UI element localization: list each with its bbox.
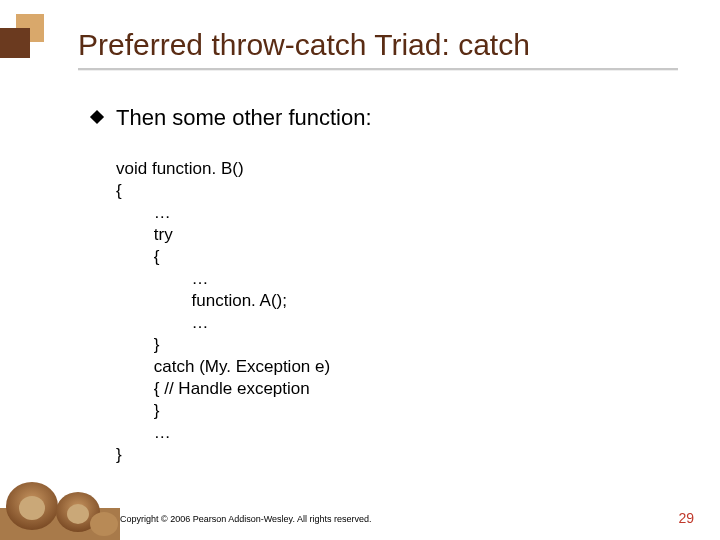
slide-content: Then some other function: void function.… [92,104,652,466]
code-line: } [116,445,122,464]
code-line: try [116,225,173,244]
svg-point-3 [56,492,100,532]
svg-point-2 [19,496,45,520]
code-line: … [116,423,171,442]
bullet-text: Then some other function: [116,104,372,132]
code-line: … [116,269,209,288]
code-line: catch (My. Exception e) [116,357,330,376]
lions-image [0,462,120,540]
bullet-item: Then some other function: [92,104,652,132]
code-line: } [116,335,159,354]
deco-square-dark [0,28,30,58]
copyright-text: Copyright © 2006 Pearson Addison-Wesley.… [120,514,371,524]
svg-point-5 [90,512,118,536]
code-line: void function. B() [116,159,244,178]
code-line: function. A(); [116,291,287,310]
page-number: 29 [678,510,694,526]
title-underline [78,68,678,70]
code-block: void function. B() { … try { … function.… [116,136,652,466]
corner-decoration [0,14,50,64]
code-line: { [116,247,159,266]
code-line: { // Handle exception [116,379,310,398]
bullet-diamond-icon [90,110,104,124]
code-line: … [116,203,171,222]
svg-rect-0 [0,508,120,540]
code-line: } [116,401,159,420]
svg-point-4 [67,504,89,524]
code-line: { [116,181,122,200]
svg-point-1 [6,482,58,530]
code-line: … [116,313,209,332]
slide-title: Preferred throw-catch Triad: catch [78,28,530,62]
